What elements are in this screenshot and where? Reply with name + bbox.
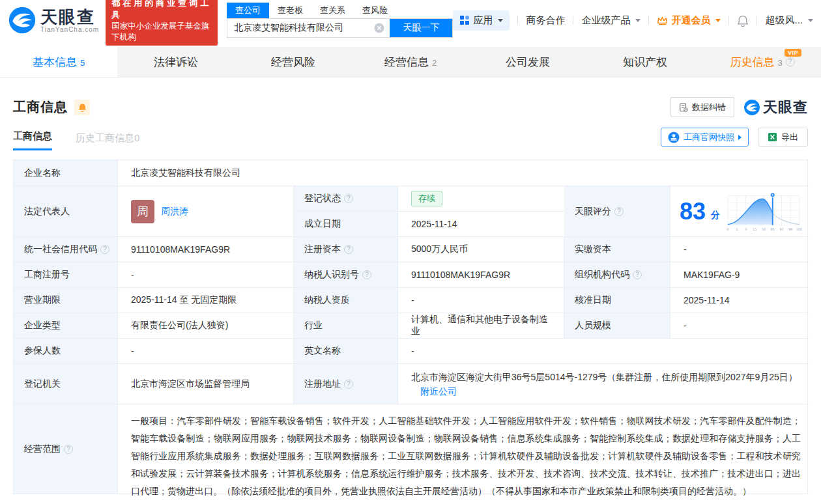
slogan-line2: 国家中小企业发展子基金旗下机构	[111, 21, 212, 43]
help-icon[interactable]	[633, 270, 642, 279]
nav-open-membership[interactable]: 开通会员	[657, 14, 721, 27]
watermark-label: 天眼查	[763, 98, 808, 117]
tab-count: 2	[432, 58, 437, 68]
nav-apps[interactable]: 应用	[453, 10, 510, 31]
tianyan-score: 83 分	[670, 186, 809, 237]
field-label: 人员规模	[564, 313, 670, 339]
field-label: 组织机构代码	[575, 269, 629, 281]
search-input[interactable]	[227, 19, 375, 37]
help-icon[interactable]	[614, 207, 624, 216]
search-tab-boss[interactable]: 查老板	[269, 3, 311, 18]
tab-count: 3	[777, 58, 782, 68]
help-icon[interactable]	[786, 57, 795, 66]
top-header: 天眼查 TianYanCha.com 都在用的商业查询工具 国家中小企业发展子基…	[0, 0, 821, 40]
legal-rep-avatar[interactable]: 周	[131, 200, 154, 223]
nav-enterprise-products[interactable]: 企业级产品	[581, 14, 641, 27]
help-icon[interactable]	[344, 245, 353, 254]
tab-legal-litigation[interactable]: 法律诉讼	[117, 47, 235, 77]
vip-badge: VIP	[785, 49, 801, 57]
subtab-business-info[interactable]: 工商信息	[13, 130, 52, 150]
reg-authority-value: 北京市海淀区市场监督管理局	[118, 364, 294, 404]
slogan-badge: 都在用的商业查询工具 国家中小企业发展子基金旗下机构	[106, 0, 218, 46]
nav-cooperation[interactable]: 商务合作	[526, 14, 565, 27]
help-icon[interactable]	[344, 380, 353, 389]
business-scope-value: 一般项目：汽车零部件研发；智能车载设备销售；软件开发；人工智能基础软件开发；人工…	[118, 404, 809, 494]
company-type-value: 有限责任公司(法人独资)	[118, 313, 294, 339]
tab-count: 5	[80, 58, 85, 68]
field-label: 法定代表人	[14, 186, 118, 237]
tab-basic-info[interactable]: 基本信息 5	[0, 47, 117, 77]
tianyancha-company-page: 天眼查 TianYanCha.com 都在用的商业查询工具 国家中小企业发展子基…	[0, 0, 821, 504]
svg-text:50: 50	[762, 227, 766, 231]
tab-history-info[interactable]: VIP 历史信息 3	[704, 47, 821, 77]
legal-rep-link[interactable]: 周洪涛	[161, 206, 188, 217]
tab-company-development[interactable]: 公司发展	[469, 47, 586, 77]
divider	[728, 16, 729, 25]
main-content: 工商信息 数据纠错	[0, 97, 821, 494]
notification-bell-icon[interactable]	[737, 14, 749, 27]
divider	[648, 16, 649, 25]
svg-text:15: 15	[753, 227, 756, 231]
help-icon[interactable]	[344, 194, 353, 203]
chevron-right-icon	[738, 135, 742, 140]
nearby-companies-link[interactable]: 附近公司	[420, 386, 457, 397]
tab-operation-risk[interactable]: 经营风险	[235, 47, 352, 77]
taxpayer-id-value: 91110108MAK19FAG9R	[398, 262, 564, 288]
field-label: 工商注册号	[14, 262, 118, 288]
search-box: 查公司 查老板 查关系 查风险 天眼一下	[227, 3, 454, 38]
tianyancha-watermark: 天眼查	[743, 98, 808, 117]
clear-search-icon[interactable]	[374, 23, 384, 33]
insured-count-value: -	[118, 339, 294, 364]
export-button[interactable]: 导出	[758, 128, 808, 147]
svg-text:3: 3	[745, 227, 747, 231]
field-label: 天眼评分	[575, 206, 611, 217]
credit-code-value: 91110108MAK19FAG9R	[118, 237, 294, 262]
field-label: 注册资本	[304, 244, 341, 255]
help-icon[interactable]	[362, 270, 371, 279]
svg-text:1: 1	[736, 227, 738, 231]
reg-number-value: -	[118, 262, 294, 288]
tab-label: 法律诉讼	[154, 55, 198, 70]
approval-date-value: 2025-11-14	[670, 288, 809, 313]
nav-super-risk-label: 超级风...	[765, 14, 803, 27]
paid-capital-value: -	[670, 237, 809, 262]
field-label: 纳税人资质	[294, 288, 398, 313]
apps-grid-icon	[459, 15, 470, 25]
nav-super-risk[interactable]: 超级风...	[765, 14, 813, 27]
excel-icon	[768, 132, 777, 142]
svg-text:97: 97	[779, 227, 783, 231]
data-correction-button[interactable]: 数据纠错	[670, 97, 734, 117]
field-label: 纳税人识别号	[304, 269, 359, 281]
header-nav: 应用 商务合作 企业级产品 开通会员	[453, 10, 813, 31]
search-tab-relation[interactable]: 查关系	[311, 3, 354, 18]
subscribe-bell-button[interactable]	[74, 100, 90, 115]
taxpayer-quality-value: -	[398, 288, 564, 313]
official-snapshot-button[interactable]: 工商官网快照	[661, 128, 749, 147]
search-button[interactable]: 天眼一下	[390, 19, 452, 37]
business-term-value: 2025-11-14 至 无固定期限	[118, 288, 294, 313]
bell-icon	[78, 103, 87, 112]
svg-text:85: 85	[771, 227, 775, 231]
help-icon[interactable]	[64, 445, 73, 454]
subtab-history-business-info[interactable]: 历史工商信息0	[76, 132, 139, 150]
divider	[573, 16, 573, 25]
field-label: 行业	[294, 313, 398, 339]
nav-apps-label: 应用	[473, 14, 493, 27]
tianyancha-logo-icon	[743, 99, 760, 116]
search-tab-company[interactable]: 查公司	[227, 3, 269, 18]
help-icon[interactable]	[100, 245, 109, 254]
tab-operation-info[interactable]: 经营信息 2	[352, 47, 469, 77]
svg-text:100: 100	[796, 227, 802, 231]
tianyancha-logo[interactable]: 天眼查 TianYanCha.com	[8, 6, 99, 35]
svg-text:0: 0	[727, 227, 728, 231]
search-tabs: 查公司 查老板 查关系 查风险	[227, 3, 454, 18]
divider	[517, 16, 518, 25]
score-distribution-chart: 0 1 3 15 50 85 97 99 100	[725, 190, 802, 233]
field-label: 登记状态	[304, 193, 341, 204]
search-tab-risk[interactable]: 查风险	[354, 3, 396, 18]
business-info-table: 企业名称 北京凌艾智能科技有限公司 法定代表人 周 周洪涛 登记状态 存续 成立…	[13, 160, 808, 494]
tab-intellectual-property[interactable]: 知识产权	[586, 47, 704, 77]
svg-text:99: 99	[788, 227, 792, 231]
stamp-icon	[668, 132, 680, 143]
tab-label: 经营信息	[384, 55, 429, 70]
